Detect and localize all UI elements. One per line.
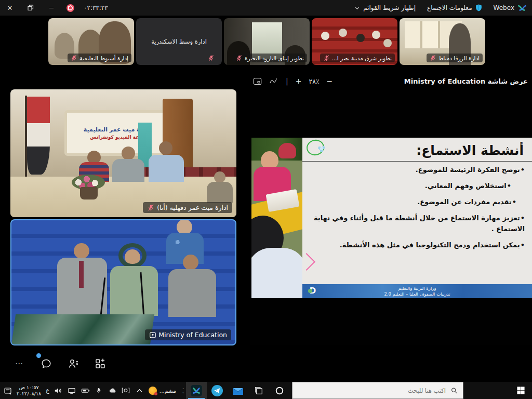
audience-silhouette — [356, 34, 365, 42]
microphone-tray-icon[interactable] — [95, 386, 103, 395]
participant-thumbnail-assiut[interactable]: إدارة أسيوط التعليمية — [48, 18, 134, 65]
language-switcher[interactable]: ع — [46, 387, 49, 394]
video-feed-self[interactable]: إدارة ميت غمر التعليمية قاعة الفيديو كون… — [10, 89, 236, 217]
battery-icon[interactable] — [81, 386, 90, 395]
chat-button[interactable] — [39, 357, 53, 370]
network-display-icon[interactable] — [68, 386, 76, 395]
cortana-icon — [275, 386, 284, 395]
presentation-slide: أنشطة الاستماع: توضح الفكرة الرئيسة للمو… — [251, 138, 532, 298]
audience-silhouette — [321, 32, 329, 40]
photo-child — [251, 248, 302, 298]
slide-bullet: يمكن استخدام ودمج التكنولوجيا في مثل هذه… — [308, 240, 525, 250]
apps-grid-icon — [94, 357, 107, 370]
start-button[interactable] — [509, 382, 532, 399]
taskbar-app-telegram[interactable] — [207, 382, 228, 399]
apps-button[interactable] — [94, 357, 107, 370]
show-menubar-button[interactable]: إظهار شريط القوائم — [354, 4, 416, 11]
taskbar-scroll-arrows[interactable]: ⌃⌄ — [181, 388, 186, 393]
titlebar: ✕ ─ ٠٢:٣٣:٢٣ Webex معلومات الاجتماع إظها… — [0, 0, 532, 16]
restore-icon — [28, 5, 34, 11]
muted-mic-icon — [71, 55, 77, 61]
toolbar-separator: | — [286, 77, 288, 85]
flower-pot — [80, 187, 98, 200]
participant-thumbnail-nasr-city[interactable]: تطوير شرق مدينة نصر ا... — [312, 18, 397, 65]
screen-recorder-icon[interactable] — [122, 386, 130, 395]
muted-mic-icon — [236, 55, 243, 61]
participant-name: ادارة الزرقا دمياط — [438, 55, 480, 61]
zoom-out-button[interactable]: − — [327, 77, 333, 85]
participant-thumbnail-itay-elbaroud[interactable]: تطوير إيتاى البارود البحيرة — [224, 18, 310, 65]
participant-name: تطوير إيتاى البارود البحيرة — [245, 55, 304, 61]
telegram-icon — [211, 385, 223, 396]
mail-icon — [232, 386, 244, 395]
room-sign: إدارة ميت غمر التعليمية قاعة الفيديو كون… — [64, 110, 169, 156]
taskbar-app-webex[interactable] — [186, 382, 207, 399]
person-silhouette — [112, 159, 144, 182]
close-window-button[interactable]: ✕ — [4, 2, 16, 14]
weather-label: مشم... — [159, 388, 176, 394]
restore-window-button[interactable] — [25, 2, 36, 14]
annotation-flower-doodle — [318, 145, 325, 152]
person-silhouette — [159, 141, 172, 155]
slide-bullet: تعزيز مهارة الاستماع من خلال أنشطة ما قب… — [308, 213, 525, 234]
video-feed-ministry[interactable]: Ministry of Education — [10, 219, 236, 345]
volume-icon[interactable] — [54, 386, 63, 395]
minimize-window-button[interactable]: ─ — [46, 2, 57, 14]
person-silhouette — [168, 269, 216, 317]
weather-widget[interactable]: مشم... — [149, 387, 176, 395]
taskbar-search[interactable] — [292, 382, 463, 399]
layout-pip-icon[interactable] — [253, 77, 262, 85]
action-center-icon[interactable] — [3, 386, 12, 395]
ministry-feed-name: Ministry of Education — [158, 331, 227, 339]
muted-mic-icon — [323, 55, 330, 61]
slide-title: أنشطة الاستماع: — [416, 143, 524, 158]
search-icon — [451, 387, 458, 394]
taskbar-task-view[interactable] — [248, 382, 269, 399]
participant-thumbnail-zarqa-damietta[interactable]: ادارة الزرقا دمياط — [400, 18, 485, 65]
webex-brand: Webex — [494, 4, 527, 11]
headscarf — [118, 243, 147, 268]
discovery-education-logo: D — [308, 286, 318, 296]
meeting-control-bar: ⋯ ⋯ CC — [0, 349, 532, 378]
muted-mic-icon — [430, 55, 436, 61]
ministry-feed-nameplate: Ministry of Education — [145, 329, 231, 340]
zoom-in-button[interactable]: + — [296, 77, 302, 85]
taskbar-time: ١٠:٥٧ ص — [19, 384, 39, 391]
photo-child — [278, 143, 296, 158]
recording-indicator-icon[interactable] — [66, 4, 74, 12]
windows-taskbar: ١٠:٥٧ ص ٢٠٢٢/٠٨/١٨ ع مشم... ⌃⌄ — [0, 382, 532, 399]
annotation-arrow-doodle — [302, 253, 315, 271]
slide-bullet: استخلاص وفهم المعاني. — [308, 181, 511, 191]
meeting-info-label: معلومات الاجتماع — [427, 4, 472, 11]
onedrive-icon[interactable] — [108, 386, 117, 395]
taskbar-date: ٢٠٢٢/٠٨/١٨ — [17, 391, 41, 397]
more-panels-button[interactable]: ⋯ — [12, 357, 26, 370]
meeting-timer: ٠٢:٣٣:٢٣ — [84, 4, 108, 11]
chat-bubble-icon — [40, 357, 52, 370]
windows-logo-icon — [516, 386, 525, 395]
person-silhouette — [122, 147, 135, 160]
audience-silhouette — [383, 39, 392, 47]
webex-app-icon — [191, 385, 202, 396]
taskbar-clock[interactable]: ١٠:٥٧ ص ٢٠٢٢/٠٨/١٨ — [17, 384, 41, 397]
person-silhouette — [214, 171, 225, 183]
annotate-pen-icon[interactable] — [269, 77, 278, 85]
participant-thumbnail-west-alex[interactable]: ادارة وسط الاسكندرية — [136, 18, 222, 65]
slide-bullet: تقديم مفردات عن الموضوع. — [308, 197, 516, 207]
person-silhouette — [149, 155, 184, 182]
show-menubar-label: إظهار شريط القوائم — [363, 4, 416, 11]
participants-button[interactable] — [66, 357, 80, 370]
taskbar-cortana[interactable] — [269, 382, 290, 399]
sun-icon — [149, 387, 157, 395]
taskbar-app-mail[interactable] — [228, 382, 248, 399]
person-silhouette — [74, 243, 89, 259]
self-feed-name: ادارة ميت غمر دقهلية (أنا) — [157, 204, 228, 211]
necktie — [79, 261, 84, 288]
person-silhouette — [183, 255, 198, 270]
search-input[interactable] — [298, 387, 447, 395]
slide-footer-line1: وزارة التربية والتعليم — [398, 286, 436, 291]
tray-overflow-chevron-icon[interactable] — [135, 386, 144, 395]
meeting-info-button[interactable]: معلومات الاجتماع — [427, 4, 482, 11]
screen-share-icon — [149, 331, 156, 339]
chat-notification-dot — [36, 353, 41, 358]
